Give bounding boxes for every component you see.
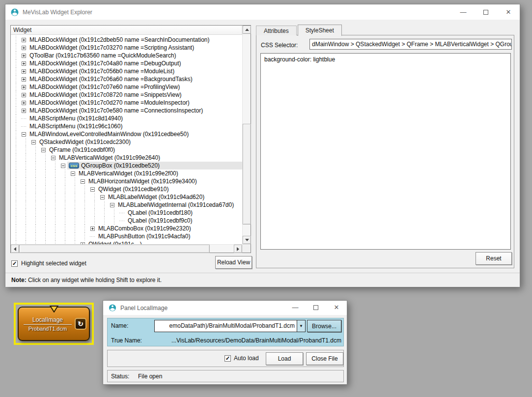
- reset-button[interactable]: Reset: [476, 252, 512, 265]
- scroll-left-icon[interactable]: [11, 245, 19, 253]
- dialog-titlebar[interactable]: Panel LocalImage — ✕: [103, 301, 347, 315]
- scroll-right-icon[interactable]: [234, 245, 242, 253]
- scroll-down-icon[interactable]: [243, 236, 251, 244]
- reload-view-button[interactable]: Reload View: [215, 256, 252, 269]
- close-icon[interactable]: ✕: [326, 300, 347, 314]
- node-reload-icon[interactable]: ↻: [75, 318, 86, 330]
- tree-item[interactable]: MLABLabelWidget (0x191c94ad620): [11, 193, 242, 201]
- tree-item[interactable]: MLABComboBox (0x191c99e2320): [11, 225, 242, 232]
- tree-guide-line: [80, 185, 89, 193]
- tree-guide-line: [30, 170, 40, 177]
- checkbox-check-icon[interactable]: ✓: [224, 355, 231, 362]
- tree-item[interactable]: MLABDockWidget (0x191c7c056b0 name =Modu…: [11, 67, 242, 75]
- auto-load-checkbox[interactable]: ✓ Auto load: [224, 355, 259, 362]
- css-selector-input[interactable]: dMainWindow > QStackedWidget > QFrame > …: [309, 39, 512, 50]
- tree-guide-line: [11, 225, 21, 232]
- tree-item[interactable]: MLABDockWidget (0x191c7c0d270 name =Modu…: [11, 99, 242, 107]
- tree-item[interactable]: MLABDockWidget (0x191c7c06a60 name =Back…: [11, 75, 242, 83]
- tree-item[interactable]: MLABVerticalWidget (0x191c99e2640): [11, 154, 242, 162]
- collapse-minus-icon[interactable]: [30, 138, 38, 146]
- tree-item[interactable]: MLABLabelWidgetInternal (0x191ceda67d0): [11, 201, 242, 209]
- tree-item[interactable]: MLABVerticalWidget (0x191c99e2f00): [11, 170, 242, 177]
- tree-column-header[interactable]: Widget: [11, 26, 242, 35]
- minimize-icon[interactable]: —: [285, 300, 306, 314]
- tree-item[interactable]: MLABDockWidget (0x191c7c0e580 name =Conn…: [11, 107, 242, 114]
- expand-plus-icon[interactable]: [80, 240, 87, 244]
- tree-guide-line: [40, 177, 50, 185]
- expand-plus-icon[interactable]: [21, 44, 28, 52]
- tree-guide-line: [11, 122, 21, 130]
- close-file-button[interactable]: Close File: [306, 352, 343, 365]
- horizontal-scrollbar[interactable]: [11, 244, 242, 253]
- stylesheet-editor[interactable]: background-color: lightblue: [260, 53, 511, 250]
- node-input-connector-icon[interactable]: [50, 306, 58, 312]
- true-name-label: True Name:: [111, 337, 142, 344]
- collapse-minus-icon[interactable]: [80, 177, 87, 185]
- tree-item[interactable]: QWidget (0x191c…): [11, 240, 242, 244]
- name-combobox[interactable]: emoDataPath)/BrainMultiModal/ProbandT1.d…: [154, 320, 306, 332]
- tree-item[interactable]: MLABHorizontalWidget (0x191c99e3400): [11, 177, 242, 185]
- expand-plus-icon[interactable]: [21, 59, 28, 67]
- expand-plus-icon[interactable]: [21, 36, 28, 44]
- tree-item[interactable]: MLABScriptMenu (0x191c8d14940): [11, 114, 242, 122]
- expand-plus-icon[interactable]: [21, 83, 28, 91]
- widget-explorer-window: MeVisLab Widget Explorer — ✕ Widget MLAB…: [5, 4, 520, 287]
- scroll-up-icon[interactable]: [243, 26, 251, 34]
- close-icon[interactable]: ✕: [497, 4, 520, 20]
- collapse-minus-icon[interactable]: [109, 201, 116, 209]
- expand-plus-icon[interactable]: [89, 225, 97, 232]
- tree-guide-line: [11, 240, 21, 244]
- tree-item[interactable]: QToolBar (0x191c7b63560 name =QuickModul…: [11, 52, 242, 59]
- collapse-minus-icon[interactable]: [21, 130, 28, 138]
- localimage-node-selection[interactable]: LocalImage ProbandT1.dcm ↻: [14, 303, 94, 345]
- vertical-scroll-thumb[interactable]: [243, 124, 251, 225]
- collapse-minus-icon[interactable]: [70, 170, 77, 177]
- explorer-titlebar[interactable]: MeVisLab Widget Explorer — ✕: [5, 4, 520, 20]
- tree-item[interactable]: QLabel (0x191cedbf9c0): [11, 217, 242, 225]
- load-button[interactable]: Load: [266, 352, 303, 365]
- tab-stylesheet[interactable]: StyleSheet: [298, 25, 342, 36]
- maximize-icon[interactable]: [475, 4, 497, 20]
- expand-plus-icon[interactable]: [21, 67, 28, 75]
- browse-button[interactable]: Browse...: [307, 320, 341, 332]
- expand-plus-icon[interactable]: [21, 107, 28, 114]
- collapse-minus-icon[interactable]: [89, 185, 97, 193]
- tree-item[interactable]: MLABDockWidget (0x191c7c08720 name =Snip…: [11, 91, 242, 99]
- tree-item[interactable]: MLABDockWidget (0x191c7c07e60 name =Prof…: [11, 83, 242, 91]
- tree-item[interactable]: cssQGroupBox (0x191cedbe520): [11, 162, 242, 170]
- vertical-scrollbar[interactable]: [242, 26, 251, 244]
- collapse-minus-icon[interactable]: [40, 146, 48, 154]
- expand-plus-icon[interactable]: [21, 52, 28, 59]
- tree-item[interactable]: MLABWindowLevelControlledMainWindow (0x1…: [11, 130, 242, 138]
- collapse-minus-icon[interactable]: [99, 193, 107, 201]
- collapse-minus-icon[interactable]: [60, 162, 67, 170]
- tree-guide-line: [11, 146, 21, 154]
- expand-plus-icon[interactable]: [21, 91, 28, 99]
- tree-item[interactable]: MLABPushButton (0x191c94acfa0): [11, 232, 242, 240]
- tree-item[interactable]: QWidget (0x191cedbe910): [11, 185, 242, 193]
- tree-guide-line: [11, 217, 21, 225]
- tree-guide-line: [80, 232, 89, 240]
- tree-item-label: MLABWindowLevelControlledMainWindow (0x1…: [29, 131, 190, 138]
- combobox-dropdown-icon[interactable]: ▼: [297, 320, 305, 332]
- expand-plus-icon[interactable]: [21, 99, 28, 107]
- expand-plus-icon[interactable]: [21, 75, 28, 83]
- tree-item[interactable]: MLABScriptMenu (0x191c96c1060): [11, 122, 242, 130]
- tree-item[interactable]: QLabel (0x191cedbf180): [11, 209, 242, 217]
- tree-item[interactable]: MLABDockWidget (0x191c7c04a80 name =Debu…: [11, 59, 242, 67]
- horizontal-scroll-thumb[interactable]: [19, 245, 210, 253]
- tree-item[interactable]: QStackedWidget (0x191cedc2300): [11, 138, 242, 146]
- tree-guide-line: [70, 225, 80, 232]
- name-combobox-value[interactable]: emoDataPath)/BrainMultiModal/ProbandT1.d…: [155, 320, 297, 332]
- highlight-selected-widget-checkbox[interactable]: ✓ Highlight selected widget: [11, 259, 86, 268]
- tree-item[interactable]: MLABDockWidget (0x191c2dbeb50 name =Sear…: [11, 36, 242, 44]
- tree-item[interactable]: QFrame (0x191cedbf0f0): [11, 146, 242, 154]
- maximize-icon[interactable]: [306, 300, 326, 314]
- checkbox-check-icon[interactable]: ✓: [11, 260, 18, 267]
- tree-item[interactable]: MLABDockWidget (0x191c7c03270 name =Scri…: [11, 44, 242, 52]
- tab-attributes[interactable]: Attributes: [256, 26, 297, 35]
- minimize-icon[interactable]: —: [452, 4, 475, 20]
- collapse-minus-icon[interactable]: [50, 154, 57, 162]
- tree-guide-line: [21, 162, 30, 170]
- localimage-node[interactable]: LocalImage ProbandT1.dcm ↻: [18, 307, 90, 341]
